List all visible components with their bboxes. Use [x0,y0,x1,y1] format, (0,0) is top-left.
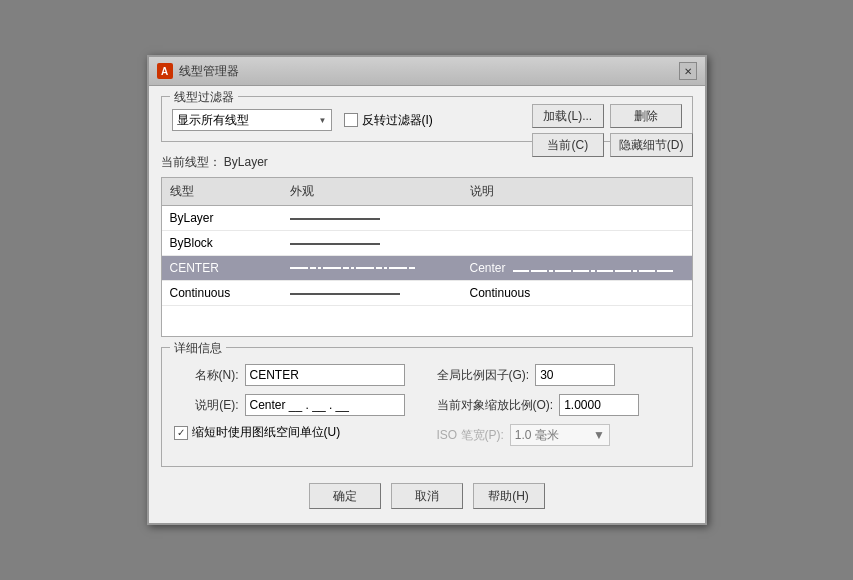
checkbox-check-icon: ✓ [177,427,185,438]
row-name: Continuous [162,284,282,302]
scale-checkbox-label: 缩短时使用图纸空间单位(U) [192,424,341,441]
global-scale-row: 全局比例因子(G): [437,364,680,386]
top-buttons: 加载(L)... 删除 当前(C) 隐藏细节(D) [532,104,693,157]
iso-pen-label: ISO 笔宽(P): [437,427,504,444]
current-scale-row: 当前对象缩放比例(O): [437,394,680,416]
row-description [462,216,692,220]
invert-filter-row: 反转过滤器(I) [344,112,433,129]
line-appearance-icon [290,218,380,220]
center-description-text: Center [470,261,673,275]
footer-buttons: 确定 取消 帮助(H) [161,477,693,513]
scale-checkbox-row: ✓ 缩短时使用图纸空间单位(U) [174,424,417,441]
row-description: Continuous [462,284,692,302]
row-name: ByLayer [162,209,282,227]
details-right: 全局比例因子(G): 当前对象缩放比例(O): ISO 笔宽(P): 1.0 毫… [437,364,680,454]
linetype-table: 线型 外观 说明 ByLayer ByBlock [161,177,693,337]
header-description: 说明 [462,181,692,202]
dropdown-arrow-icon: ▼ [319,116,327,125]
desc-row: 说明(E): [174,394,417,416]
row-appearance [282,284,462,302]
header-name: 线型 [162,181,282,202]
table-empty-space [162,306,692,336]
details-content: 名称(N): 说明(E): ✓ 缩短时使用图纸空间单位(U) [174,364,680,454]
current-scale-input[interactable] [559,394,639,416]
table-row[interactable]: Continuous Continuous [162,281,692,306]
app-icon: A [157,63,173,79]
table-row[interactable]: ByBlock [162,231,692,256]
filter-group-label: 线型过滤器 [170,89,238,106]
header-appearance: 外观 [282,181,462,202]
row-description: Center [462,259,692,277]
iso-pen-arrow-icon: ▼ [593,428,605,442]
center-line-icon [290,267,454,269]
top-buttons-row1: 加载(L)... 删除 [532,104,693,128]
dropdown-value: 显示所有线型 [177,112,249,129]
row-appearance [282,209,462,227]
details-left: 名称(N): 说明(E): ✓ 缩短时使用图纸空间单位(U) [174,364,417,454]
help-button[interactable]: 帮助(H) [473,483,545,509]
invert-filter-checkbox[interactable] [344,113,358,127]
global-scale-label: 全局比例因子(G): [437,367,530,384]
line-appearance-icon [290,243,380,245]
window-title: 线型管理器 [179,63,239,80]
global-scale-input[interactable] [535,364,615,386]
row-appearance [282,265,462,271]
current-line-value: ByLayer [224,155,268,169]
line-appearance-icon [290,293,400,295]
invert-filter-label: 反转过滤器(I) [362,112,433,129]
iso-pen-dropdown: 1.0 毫米 ▼ [510,424,610,446]
filter-section: 线型过滤器 显示所有线型 ▼ 反转过滤器(I) 加载(L)... 删除 [161,96,693,142]
title-bar: A 线型管理器 ✕ [149,57,705,86]
top-buttons-row2: 当前(C) 隐藏细节(D) [532,133,693,157]
desc-label: 说明(E): [174,397,239,414]
row-appearance [282,234,462,252]
table-header: 线型 外观 说明 [162,178,692,206]
cancel-button[interactable]: 取消 [391,483,463,509]
name-input[interactable] [245,364,405,386]
table-row[interactable]: ByLayer [162,206,692,231]
current-line-label: 当前线型： [161,155,221,169]
current-button[interactable]: 当前(C) [532,133,604,157]
name-label: 名称(N): [174,367,239,384]
main-content: 线型过滤器 显示所有线型 ▼ 反转过滤器(I) 加载(L)... 删除 [149,86,705,523]
linetype-manager-window: A 线型管理器 ✕ 线型过滤器 显示所有线型 ▼ 反转过滤器(I) [147,55,707,525]
details-group-label: 详细信息 [170,340,226,357]
iso-pen-row: ISO 笔宽(P): 1.0 毫米 ▼ [437,424,680,446]
filter-row: 显示所有线型 ▼ 反转过滤器(I) [172,109,532,131]
delete-button[interactable]: 删除 [610,104,682,128]
title-bar-left: A 线型管理器 [157,63,239,80]
row-name: ByBlock [162,234,282,252]
name-row: 名称(N): [174,364,417,386]
table-row[interactable]: CENTER Center [162,256,692,281]
details-group: 详细信息 名称(N): 说明(E): ✓ [161,347,693,467]
load-button[interactable]: 加载(L)... [532,104,604,128]
row-name: CENTER [162,259,282,277]
linetype-filter-dropdown[interactable]: 显示所有线型 ▼ [172,109,332,131]
scale-checkbox[interactable]: ✓ [174,426,188,440]
hide-details-button[interactable]: 隐藏细节(D) [610,133,693,157]
desc-input[interactable] [245,394,405,416]
current-scale-label: 当前对象缩放比例(O): [437,397,554,414]
close-button[interactable]: ✕ [679,62,697,80]
iso-pen-value: 1.0 毫米 [515,427,559,444]
row-description [462,241,692,245]
ok-button[interactable]: 确定 [309,483,381,509]
